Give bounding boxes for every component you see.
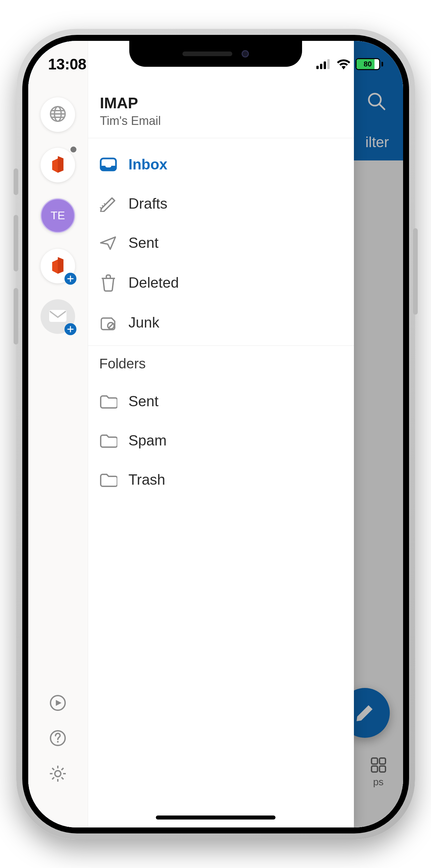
folder-label: Sent (129, 235, 159, 251)
account-current[interactable]: TE (40, 198, 75, 233)
folder-icon (99, 472, 117, 487)
settings-button[interactable] (49, 764, 67, 784)
cellular-icon (316, 59, 332, 69)
folder-inbox[interactable]: Inbox (88, 145, 354, 184)
office-icon (50, 256, 66, 276)
system-folder-list: Inbox Drafts (88, 138, 354, 342)
plus-badge-icon (64, 273, 76, 285)
notification-dot-icon (70, 147, 76, 153)
side-button-volume-up (13, 215, 18, 271)
sent-icon (99, 235, 117, 251)
help-button[interactable] (49, 729, 67, 748)
folder-label: Junk (129, 314, 159, 331)
folder-label: Drafts (129, 195, 167, 212)
folders-section-header[interactable]: Folders (88, 346, 354, 375)
folder-pane: IMAP Tim's Email (88, 41, 354, 828)
account-all-accounts[interactable] (40, 97, 75, 132)
add-office-account[interactable] (40, 249, 75, 283)
folder-sent[interactable]: Sent (88, 223, 354, 262)
folder-icon (99, 433, 117, 448)
svg-point-19 (57, 741, 59, 742)
globe-icon (49, 105, 67, 125)
trash-icon (99, 274, 117, 292)
account-rail: TE (28, 41, 88, 828)
do-not-disturb-button[interactable] (49, 694, 67, 713)
folder-junk[interactable]: Junk (88, 303, 354, 342)
folder-label: Sent (129, 393, 159, 410)
phone-frame: 13:08 (16, 29, 415, 839)
account-name-label: Tim's Email (100, 114, 342, 128)
user-folder-spam[interactable]: Spam (88, 421, 354, 460)
svg-point-20 (55, 771, 61, 777)
side-button-silent (13, 168, 18, 195)
mail-icon (49, 309, 67, 324)
status-time: 13:08 (48, 55, 86, 73)
svg-rect-1 (320, 64, 322, 69)
account-type-label: IMAP (100, 94, 342, 112)
device-notch (129, 41, 302, 67)
account-initials: TE (51, 209, 65, 222)
svg-rect-2 (324, 61, 326, 69)
svg-line-27 (61, 768, 63, 770)
folder-label: Spam (129, 432, 167, 449)
svg-rect-15 (49, 310, 66, 322)
svg-rect-0 (316, 66, 319, 69)
side-button-volume-down (13, 288, 18, 344)
folder-label: Deleted (129, 274, 179, 291)
wifi-icon (336, 59, 351, 69)
svg-line-26 (61, 777, 63, 779)
junk-icon (99, 315, 117, 331)
user-folder-list: Sent Spam (88, 375, 354, 499)
user-folder-sent[interactable]: Sent (88, 382, 354, 421)
home-indicator[interactable] (156, 815, 275, 819)
user-folder-trash[interactable]: Trash (88, 460, 354, 499)
svg-marker-17 (56, 700, 61, 706)
folder-drafts[interactable]: Drafts (88, 184, 354, 223)
navigation-drawer: TE (28, 41, 354, 828)
folder-deleted[interactable]: Deleted (88, 262, 354, 303)
plus-badge-icon (64, 323, 76, 335)
folder-icon (99, 394, 117, 409)
svg-line-25 (52, 768, 54, 770)
battery-indicator: 80 (356, 58, 383, 70)
svg-rect-3 (327, 59, 330, 69)
inbox-icon (99, 156, 117, 173)
add-mail-account[interactable] (40, 299, 75, 334)
account-office[interactable] (40, 148, 75, 182)
drafts-icon (99, 195, 117, 212)
folder-label: Trash (129, 471, 165, 488)
battery-percent: 80 (357, 59, 379, 69)
side-button-power (413, 228, 418, 315)
svg-line-28 (52, 777, 54, 779)
folder-label: Inbox (129, 156, 167, 173)
office-icon (50, 155, 66, 175)
